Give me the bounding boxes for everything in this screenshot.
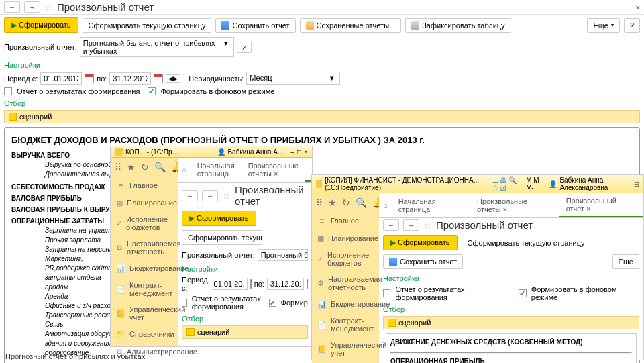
filter-row[interactable]: сценарий: [383, 316, 639, 329]
history-icon[interactable]: ↻: [342, 197, 350, 208]
page-title: Произвольный отчет: [436, 219, 533, 231]
report-select[interactable]: Прогнозный баланс, отчет о прибылях и уб…: [80, 37, 234, 57]
forward-button[interactable]: →: [24, 1, 40, 13]
open-report-button[interactable]: ↗: [237, 42, 252, 53]
star-icon[interactable]: ☆: [44, 2, 53, 13]
tab-reports[interactable]: Произвольные отчеты ×: [241, 158, 305, 181]
app-icon: [316, 180, 322, 188]
form-page-button[interactable]: Сформировать текущую страницу: [182, 230, 262, 245]
sliders-icon: ⚙: [116, 243, 123, 252]
filter-color-icon: [9, 113, 17, 121]
sidebar-item-reporting[interactable]: ⚙Настраиваемая отчетность: [111, 236, 178, 260]
filter-label: Отбор: [0, 97, 644, 109]
menu-icon[interactable]: ⠿: [115, 162, 121, 172]
calendar-icon[interactable]: [250, 279, 252, 289]
tab-home[interactable]: Начальная страница: [191, 158, 241, 181]
save-report-button[interactable]: Сохранить отчет: [215, 18, 295, 33]
report-select[interactable]: Прогнозный баланс, отчет о прибылях и уб…: [258, 249, 308, 261]
report-label: Произвольный отчет:: [4, 43, 77, 51]
forward-button[interactable]: →: [403, 219, 419, 231]
page-title: Произвольный отчет: [57, 1, 154, 13]
close-icon[interactable]: ⊟: [634, 180, 639, 188]
results-checkbox[interactable]: [383, 289, 390, 297]
date-shift-button[interactable]: ◀▶: [166, 74, 180, 83]
save-report-button[interactable]: Сохранить отчет: [383, 254, 463, 269]
sidebar-item-main[interactable]: ≡Главное: [312, 212, 379, 229]
tab-reports[interactable]: Произвольные отчеты ×: [470, 194, 559, 217]
maximize-icon[interactable]: □: [297, 148, 301, 156]
sidebar-item-budgets[interactable]: ✓Исполнение бюджетов: [312, 247, 379, 271]
home-icon[interactable]: ⌂: [178, 163, 191, 176]
sidebar-item-budgeting[interactable]: 📊Бюджетирование: [111, 260, 178, 277]
sidebar-item-admin[interactable]: ⚙Администрирование: [111, 343, 178, 360]
sidebar-item-budgeting[interactable]: 📊Бюджетирование: [312, 295, 379, 313]
forward-button[interactable]: →: [202, 190, 218, 201]
app-icon: [115, 148, 123, 156]
sidebar-item-main[interactable]: ≡Главное: [111, 176, 178, 194]
results-checkbox[interactable]: [182, 299, 187, 307]
form-button[interactable]: Сформировать: [4, 17, 78, 33]
date-to-input[interactable]: [109, 72, 151, 85]
chevron-down-icon[interactable]: ▾: [221, 39, 231, 55]
background-checkbox[interactable]: [148, 87, 156, 95]
folder-icon: 📁: [116, 329, 125, 339]
tab-report[interactable]: Произвольный отчет ×: [559, 193, 643, 217]
calendar-icon[interactable]: [85, 74, 94, 83]
sidebar-item-refs[interactable]: 📁Справочники: [111, 325, 178, 343]
form-page-button[interactable]: Сформировать текущую страницу: [462, 236, 591, 250]
help-button[interactable]: ?: [624, 18, 640, 33]
close-icon[interactable]: ×: [636, 3, 640, 11]
close-icon[interactable]: ×: [304, 148, 308, 156]
sidebar: ⠿ ★ ↻ 🔍 🔔 ≡Главное ▦Планирование ✓Исполн…: [111, 158, 178, 346]
sidebar-item-planning[interactable]: ▦Планирование: [312, 229, 379, 247]
back-button[interactable]: ←: [4, 1, 20, 13]
more-button[interactable]: Еще: [612, 254, 639, 269]
back-button[interactable]: ←: [182, 190, 198, 201]
sidebar-item-reporting[interactable]: ⚙Настраиваемая отчетность: [312, 271, 379, 295]
form-button[interactable]: Сформировать: [182, 211, 256, 226]
background-checkbox[interactable]: [269, 299, 276, 307]
chevron-down-icon[interactable]: ▾: [327, 74, 337, 83]
sidebar-item-planning[interactable]: ▦Планирование: [111, 194, 178, 211]
star-icon[interactable]: ★: [328, 197, 337, 208]
background-checkbox[interactable]: [519, 289, 526, 297]
star-icon[interactable]: ★: [127, 162, 136, 172]
periodicity-select[interactable]: Месяц▾: [246, 72, 340, 85]
star-icon[interactable]: ☆: [423, 220, 432, 231]
sidebar-item-budgets[interactable]: ✓Исполнение бюджетов: [111, 211, 178, 236]
date-from-input[interactable]: [211, 278, 248, 290]
diskette-icon: [221, 21, 229, 30]
sidebar-item-mgmt[interactable]: 📒Управленческий учет: [111, 301, 178, 325]
sidebar-item-contract[interactable]: 📄Контракт-менеджмент: [312, 313, 379, 337]
search-icon[interactable]: 🔍: [154, 162, 166, 172]
menu-icon[interactable]: ⠿: [316, 197, 323, 208]
home-icon[interactable]: ⌂: [379, 199, 392, 212]
calendar-icon[interactable]: [307, 279, 308, 289]
date-to-input[interactable]: [267, 278, 304, 290]
sidebar-item-contract[interactable]: 📄Контракт-менеджмент: [111, 277, 178, 301]
filter-row[interactable]: сценарий: [4, 110, 640, 123]
home-icon: ≡: [116, 180, 125, 190]
check-icon: ✓: [116, 219, 122, 228]
fix-table-button[interactable]: Зафиксировать таблицу: [405, 18, 511, 33]
document-icon: 📄: [116, 284, 125, 294]
search-icon[interactable]: 🔍: [356, 197, 367, 208]
filter-row[interactable]: сценарий: [182, 325, 308, 339]
sidebar: ⠿ ★ ↻ 🔍 🔔 ≡Главное ▦Планирование ✓Исполн…: [312, 193, 379, 363]
sidebar-item-mgmt[interactable]: 📒Управленческий учет: [312, 337, 379, 361]
saved-reports-button[interactable]: Сохраненные отчеты...: [300, 18, 402, 33]
page-title: Произвольный отчет: [235, 184, 308, 207]
tab-home[interactable]: Начальная страница: [392, 194, 470, 217]
more-button[interactable]: Еще ▾: [587, 18, 619, 33]
back-button[interactable]: ←: [383, 219, 399, 231]
form-page-button[interactable]: Сформировать текущую страницу: [83, 18, 212, 33]
results-checkbox[interactable]: [4, 87, 12, 95]
form-button[interactable]: Сформировать: [383, 235, 458, 250]
calendar-icon[interactable]: [154, 74, 163, 83]
date-from-input[interactable]: [40, 72, 82, 85]
star-icon[interactable]: ☆: [222, 190, 231, 201]
minimize-icon[interactable]: –: [291, 148, 295, 156]
book-icon: 📒: [116, 309, 125, 318]
history-icon[interactable]: ↻: [141, 162, 149, 172]
folder-icon: [306, 21, 314, 30]
